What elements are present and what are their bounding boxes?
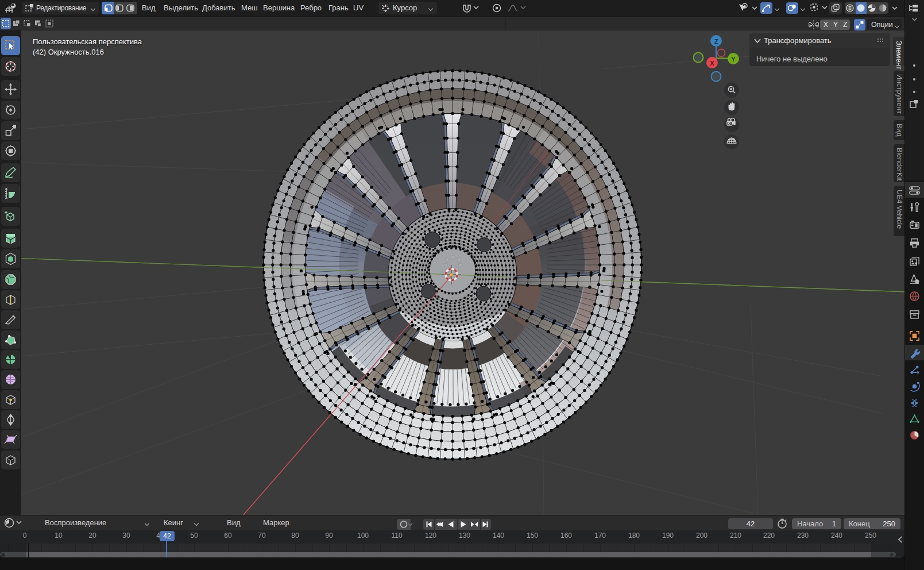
svg-text:Z: Z — [714, 38, 718, 45]
svg-text:Y: Y — [731, 56, 736, 63]
svg-text:X: X — [710, 60, 714, 67]
